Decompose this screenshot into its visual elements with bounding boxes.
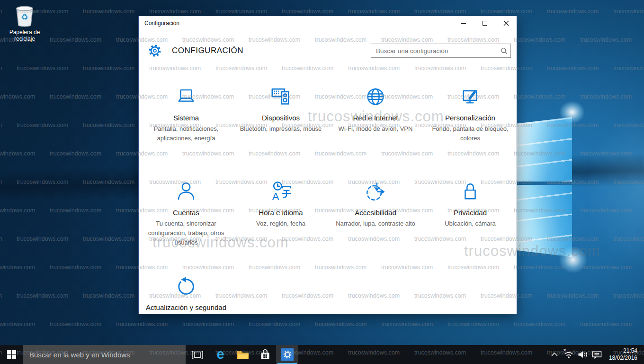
gear-icon [283,350,292,359]
edge-icon: e [216,347,224,361]
settings-tile-personalizaci-n[interactable]: Personalización Fondo, pantalla de bloqu… [423,85,517,180]
tile-title: Accesibilidad [355,209,396,217]
search-icon[interactable] [497,47,510,55]
minimize-button[interactable] [453,16,474,30]
wifi-asterisk-badge: * [564,348,566,354]
close-icon [503,20,509,26]
settings-tile-privacidad[interactable]: Privacidad Ubicación, cámara [423,180,517,274]
laptop-icon [175,85,197,108]
settings-app-icon [281,348,294,361]
page-title: CONFIGURACIÓN [172,46,243,55]
start-button[interactable] [0,345,23,364]
task-view-icon [192,351,203,359]
window-titlebar[interactable]: Configuración [139,16,517,30]
wallpaper-glow [554,242,592,278]
settings-tile-sistema[interactable]: Sistema Pantalla, notificaciones, aplica… [139,85,233,180]
gear-icon [148,44,161,57]
taskbar-app-edge[interactable]: e [209,345,232,364]
tray-chevron-up-icon[interactable] [548,345,561,364]
svg-text:A: A [272,191,279,202]
tile-title: Red e Internet [353,114,398,122]
settings-tile-actualizaci-n-y-seguridad[interactable]: Actualización y seguridad [139,274,233,314]
recycle-bin-icon: ♻ [14,4,36,27]
tile-description: Voz, región, fecha [256,219,305,228]
tile-title: Sistema [173,114,199,122]
settings-category-grid: Sistema Pantalla, notificaciones, aplica… [139,85,517,314]
clock-time: 21:54 [609,347,637,355]
time-language-icon: A [270,180,292,202]
taskbar-app-file-explorer[interactable] [232,345,254,364]
user-icon [175,180,197,202]
tile-description: Fondo, pantalla de bloqueo, colores [428,124,512,143]
taskbar-app-settings[interactable] [276,345,298,364]
update-icon [175,274,197,297]
windows-logo-icon [7,350,16,359]
close-button[interactable] [495,16,517,30]
tray-action-center-icon[interactable] [591,345,603,364]
tile-title: Personalización [445,114,495,122]
tile-description: Tu cuenta, sincronizar configuración, tr… [144,219,228,247]
tile-description: Narrador, lupa, contraste alto [336,219,415,228]
recycle-bin-label: Papelera de reciclaje [3,29,46,42]
personalization-icon [459,85,481,108]
recycle-bin-shortcut[interactable]: ♻ Papelera de reciclaje [3,4,46,42]
folder-icon [237,350,249,360]
tray-volume-icon[interactable] [577,345,589,364]
globe-icon [365,85,386,108]
minimize-icon [461,23,466,24]
devices-icon [270,85,292,108]
ease-of-access-icon [365,180,386,202]
taskbar: Buscar en la web y en Windows e [0,345,644,364]
settings-tile-dispositivos[interactable]: Dispositivos Bluetooth, impresoras, mous… [233,85,328,180]
tile-description: Ubicación, cámara [445,219,496,228]
window-title: Configuración [139,20,179,27]
taskbar-search-box[interactable]: Buscar en la web y en Windows [23,345,186,364]
taskbar-search-placeholder: Buscar en la web y en Windows [29,351,130,359]
settings-tile-hora-e-idioma[interactable]: A Hora e idioma Voz, región, fecha [233,180,328,274]
tile-title: Privacidad [454,209,487,217]
lock-icon [459,180,481,202]
maximize-icon [483,21,487,26]
store-icon [260,349,270,360]
tile-title: Hora e idioma [259,209,303,217]
tray-wifi-icon[interactable]: * [563,345,575,364]
task-view-button[interactable] [186,345,209,364]
settings-tile-accesibilidad[interactable]: Accesibilidad Narrador, lupa, contraste … [328,180,423,274]
windows-logo-top-pane [517,117,572,182]
settings-window: Configuración CONFIGURACIÓN Sistema Pant… [138,16,517,314]
maximize-button[interactable] [474,16,495,30]
tile-description: Wi-Fi, modo de avión, VPN [339,124,413,134]
svg-text:♻: ♻ [21,13,28,22]
tile-title: Cuentas [173,209,199,217]
settings-search-input[interactable] [371,47,497,55]
settings-search-box[interactable] [371,44,511,58]
tile-title: Dispositivos [262,114,300,122]
taskbar-clock[interactable]: 21:54 18/02/2016 [605,347,641,362]
clock-date: 18/02/2016 [609,355,637,362]
tile-description: Bluetooth, impresoras, mouse [240,124,322,134]
tile-title: Actualización y seguridad [146,303,226,311]
settings-tile-cuentas[interactable]: Cuentas Tu cuenta, sincronizar configura… [139,180,233,274]
taskbar-app-store[interactable] [254,345,276,364]
settings-tile-red-e-internet[interactable]: Red e Internet Wi-Fi, modo de avión, VPN [328,85,423,180]
wallpaper-glow [555,97,589,127]
tile-description: Pantalla, notificaciones, aplicaciones, … [144,124,228,143]
